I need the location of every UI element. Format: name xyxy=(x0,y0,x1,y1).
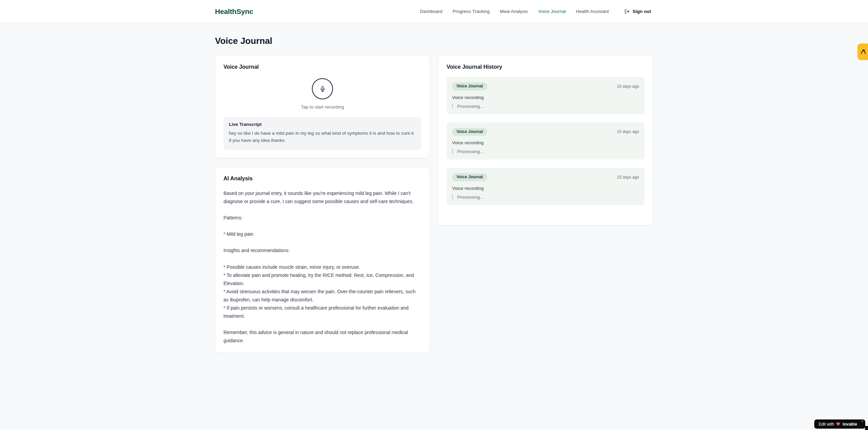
entry-label: Voice recording xyxy=(452,186,639,191)
nav-item-progress-tracking[interactable]: Progress Tracking xyxy=(453,9,490,14)
entry-label: Voice recording xyxy=(452,95,639,100)
page-title: Voice Journal xyxy=(215,36,653,46)
entry-type-badge: Voice Journal xyxy=(452,173,487,181)
app-logo[interactable]: HealthSync xyxy=(215,7,253,16)
close-icon[interactable]: × xyxy=(861,420,863,423)
history-entry[interactable]: Voice Journal 15 days ago Voice recordin… xyxy=(447,168,645,205)
ai-analysis-title: AI Analysis xyxy=(223,176,421,182)
app-header: HealthSync Dashboard Progress Tracking M… xyxy=(0,0,868,23)
nav-item-voice-journal[interactable]: Voice Journal xyxy=(538,9,566,14)
history-entry-header: Voice Journal 15 days ago xyxy=(452,82,639,90)
sign-out-label: Sign out xyxy=(633,9,651,14)
tap-to-record-label: Tap to start recording xyxy=(301,104,344,110)
logout-icon xyxy=(624,9,630,14)
entry-timestamp: 15 days ago xyxy=(617,84,639,89)
history-entry[interactable]: Voice Journal 15 days ago Voice recordin… xyxy=(447,122,645,160)
content-grid: Voice Journal Tap to start recordin xyxy=(215,55,653,353)
side-panel-badge[interactable] xyxy=(857,44,868,60)
entry-type-badge: Voice Journal xyxy=(452,128,487,136)
live-transcript-box: Live Transcript hey so like I do have a … xyxy=(223,117,421,150)
recorder-card-title: Voice Journal xyxy=(223,64,421,70)
left-column: Voice Journal Tap to start recordin xyxy=(215,55,430,353)
entry-timestamp: 15 days ago xyxy=(617,175,639,180)
record-button[interactable] xyxy=(312,78,333,99)
edit-with-label: Edit with xyxy=(819,422,834,427)
entry-status: Processing... xyxy=(452,104,639,109)
a-frame-logo-icon xyxy=(859,48,867,55)
history-card-title: Voice Journal History xyxy=(447,64,645,70)
recorder-body: Tap to start recording Live Transcript h… xyxy=(223,78,421,150)
sign-out-button[interactable]: Sign out xyxy=(622,9,653,14)
main-nav: Dashboard Progress Tracking Meal Analysi… xyxy=(420,9,653,14)
voice-journal-history-card: Voice Journal History Voice Journal 15 d… xyxy=(438,55,653,226)
nav-item-dashboard[interactable]: Dashboard xyxy=(420,9,443,14)
entry-timestamp: 15 days ago xyxy=(617,129,639,134)
history-list: Voice Journal 15 days ago Voice recordin… xyxy=(447,77,645,205)
edit-with-lovable-badge[interactable]: Edit with lovable × xyxy=(814,419,865,429)
main-content: Voice Journal Voice Journal xyxy=(215,23,653,353)
header-container: HealthSync Dashboard Progress Tracking M… xyxy=(215,7,653,16)
corner-badge-sliver xyxy=(865,426,868,430)
live-transcript-title: Live Transcript xyxy=(229,122,416,127)
nav-item-meal-analysis[interactable]: Meal Analysis xyxy=(500,9,528,14)
ai-analysis-card: AI Analysis Based on your journal entry,… xyxy=(215,167,430,353)
entry-status: Processing... xyxy=(452,195,639,200)
voice-recorder-card: Voice Journal Tap to start recordin xyxy=(215,55,430,158)
entry-label: Voice recording xyxy=(452,140,639,145)
live-transcript-text: hey so like I do have a mild pain in my … xyxy=(229,130,416,144)
entry-status: Processing... xyxy=(452,149,639,154)
history-entry-header: Voice Journal 15 days ago xyxy=(452,128,639,136)
nav-item-health-assistant[interactable]: Health Assistant xyxy=(576,9,609,14)
history-entry-header: Voice Journal 15 days ago xyxy=(452,173,639,181)
entry-type-badge: Voice Journal xyxy=(452,82,487,90)
right-column: Voice Journal History Voice Journal 15 d… xyxy=(438,55,653,226)
lovable-brand-label: lovable xyxy=(842,422,857,427)
heart-gradient-icon xyxy=(836,422,840,426)
ai-analysis-body: Based on your journal entry, it sounds l… xyxy=(223,189,421,345)
microphone-icon xyxy=(320,86,326,92)
history-entry[interactable]: Voice Journal 15 days ago Voice recordin… xyxy=(447,77,645,114)
